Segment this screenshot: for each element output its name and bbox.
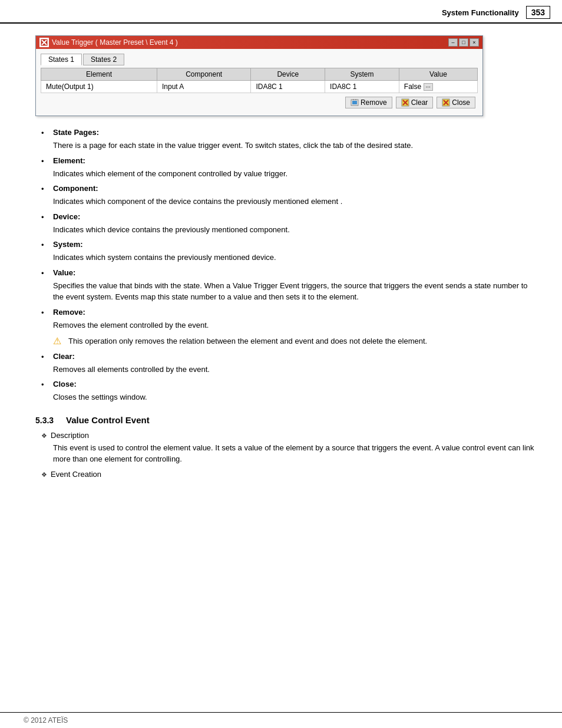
close-button[interactable]: Close: [437, 97, 475, 108]
bullet-desc-device: Indicates which device contains the prev…: [53, 224, 538, 236]
bullet-section: • State Pages: There is a page for each …: [35, 128, 538, 403]
sub-desc-description: This event is used to control the elemen…: [53, 442, 538, 465]
bullet-item-statepages: • State Pages:: [35, 128, 538, 137]
bullet-label-system: System:: [53, 240, 83, 249]
bullet-item-remove: • Remove:: [35, 308, 538, 317]
section-title: Value Control Event: [66, 415, 150, 425]
bullet-dot: •: [41, 241, 51, 249]
bullet-label-device: Device:: [53, 212, 80, 221]
bullet-dot: •: [41, 157, 51, 166]
bullet-item-value: • Value:: [35, 268, 538, 278]
dialog-title-left: Value Trigger ( Master Preset \ Event 4 …: [39, 38, 178, 47]
warning-block: ⚠ This operation only removes the relati…: [53, 335, 538, 347]
main-content: Value Trigger ( Master Preset \ Event 4 …: [0, 24, 562, 493]
ellipsis-button[interactable]: ···: [424, 83, 433, 91]
remove-label: Remove: [361, 98, 387, 107]
close-label: Close: [452, 98, 470, 107]
close-window-button[interactable]: ×: [470, 38, 479, 47]
bullet-item-clear: • Clear:: [35, 352, 538, 361]
dialog-window: Value Trigger ( Master Preset \ Event 4 …: [35, 35, 483, 116]
bullet-desc-value: Specifies the value that binds with the …: [53, 280, 538, 303]
clear-icon: [401, 98, 409, 107]
bullet-desc-clear: Removes all elements controlled by the e…: [53, 364, 538, 375]
bullet-item-system: • System:: [35, 240, 538, 249]
section-533-heading: 5.3.3 Value Control Event: [35, 415, 538, 425]
col-element: Element: [41, 68, 157, 81]
bullet-label-component: Component:: [53, 184, 98, 193]
cell-device: IDA8C 1: [251, 81, 325, 93]
dialog-titlebar: Value Trigger ( Master Preset \ Event 4 …: [36, 36, 482, 49]
col-system: System: [325, 68, 399, 81]
sub-bullet-eventcreation: ❖ Event Creation: [35, 470, 538, 479]
dialog-controls: – □ ×: [448, 38, 479, 47]
bullet-label-value: Value:: [53, 268, 75, 277]
diamond-icon: ❖: [41, 471, 47, 479]
dialog-footer: Remove Clear Close: [41, 93, 478, 111]
minimize-button[interactable]: –: [448, 38, 458, 47]
remove-icon: [351, 98, 359, 107]
cell-component: Input A: [157, 81, 251, 93]
sub-label-description: Description: [51, 431, 89, 440]
bullet-item-element: • Element:: [35, 156, 538, 166]
page-number: 353: [526, 6, 550, 19]
data-table: Element Component Device System Value Mu…: [41, 68, 478, 93]
tabs-row: States 1 States 2: [41, 54, 478, 65]
clear-label: Clear: [411, 98, 428, 107]
bullet-desc-element: Indicates which element of the component…: [53, 168, 538, 180]
header-title: System Functionality: [12, 8, 526, 17]
bullet-item-close: • Close:: [35, 380, 538, 389]
bullet-dot: •: [41, 269, 51, 278]
cell-element: Mute(Output 1): [41, 81, 157, 93]
warning-icon: ⚠: [53, 335, 65, 347]
bullet-desc-statepages: There is a page for each state in the va…: [53, 140, 538, 151]
col-device: Device: [251, 68, 325, 81]
clear-button[interactable]: Clear: [396, 97, 434, 108]
bullet-label-clear: Clear:: [53, 352, 75, 361]
bullet-item-device: • Device:: [35, 212, 538, 222]
bullet-dot: •: [41, 213, 51, 222]
bullet-label-statepages: State Pages:: [53, 128, 99, 137]
remove-button[interactable]: Remove: [345, 97, 392, 108]
cell-value: False ···: [399, 81, 477, 93]
tab-states2[interactable]: States 2: [83, 54, 124, 65]
bullet-desc-close: Closes the settings window.: [53, 391, 538, 403]
bullet-dot: •: [41, 185, 51, 193]
bullet-label-element: Element:: [53, 156, 85, 165]
warning-text: This operation only removes the relation…: [68, 335, 427, 347]
section-number: 5.3.3: [35, 416, 59, 425]
col-component: Component: [157, 68, 251, 81]
bullet-desc-component: Indicates which component of the device …: [53, 196, 538, 207]
diamond-icon: ❖: [41, 432, 47, 440]
sub-bullet-description: ❖ Description: [35, 431, 538, 440]
bullet-label-close: Close:: [53, 380, 77, 388]
bullet-label-remove: Remove:: [53, 308, 85, 317]
col-value: Value: [399, 68, 477, 81]
bullet-dot: •: [41, 308, 51, 317]
bullet-item-component: • Component:: [35, 184, 538, 193]
svg-rect-4: [352, 101, 357, 104]
bullet-desc-remove: Removes the element controlled by the ev…: [53, 319, 538, 331]
dialog-title-text: Value Trigger ( Master Preset \ Event 4 …: [52, 38, 178, 47]
cell-system: IDA8C 1: [325, 81, 399, 93]
bullet-dot: •: [41, 353, 51, 361]
footer-text: © 2012 ATEÏS: [24, 716, 68, 724]
bullet-dot: •: [41, 129, 51, 137]
table-row[interactable]: Mute(Output 1) Input A IDA8C 1 IDA8C 1 F…: [41, 81, 478, 93]
page-footer: © 2012 ATEÏS: [0, 712, 562, 728]
close-icon: [442, 98, 450, 107]
tab-states1[interactable]: States 1: [41, 54, 82, 65]
dialog-body: States 1 States 2 Element Component Devi…: [36, 49, 482, 116]
maximize-button[interactable]: □: [459, 38, 468, 47]
page-header: System Functionality 353: [0, 0, 562, 24]
dialog-app-icon: [39, 38, 49, 47]
bullet-desc-system: Indicates which system contains the prev…: [53, 252, 538, 263]
bullet-dot: •: [41, 380, 51, 389]
sub-label-eventcreation: Event Creation: [51, 470, 101, 479]
